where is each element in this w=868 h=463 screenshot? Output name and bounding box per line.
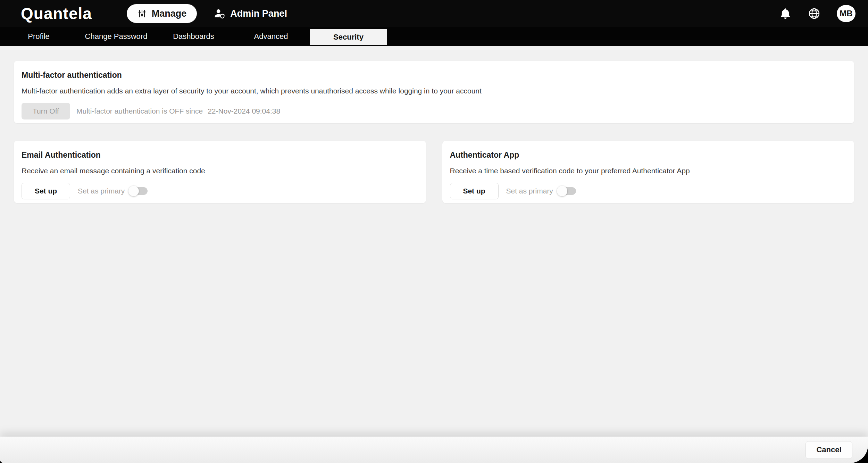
- turn-off-button[interactable]: Turn Off: [22, 103, 70, 119]
- email-set-as-primary-label: Set as primary: [78, 187, 125, 195]
- authenticator-setup-button[interactable]: Set up: [450, 183, 499, 199]
- tab-profile[interactable]: Profile: [0, 27, 77, 46]
- authenticator-set-as-primary-label: Set as primary: [506, 187, 553, 195]
- settings-tab-bar: Profile Change Password Dashboards Advan…: [0, 27, 868, 46]
- authenticator-primary-toggle-thumb: [557, 186, 567, 196]
- authenticator-app-card: Authenticator App Receive a time based v…: [442, 141, 854, 203]
- top-header: Quantela Manage Admin Panel: [0, 0, 868, 27]
- tab-dashboards[interactable]: Dashboards: [155, 27, 232, 46]
- tab-security[interactable]: Security: [310, 29, 387, 45]
- cancel-button[interactable]: Cancel: [806, 441, 852, 459]
- admin-panel-label: Admin Panel: [230, 8, 287, 19]
- sliders-icon: [137, 9, 147, 18]
- email-authentication-card: Email Authentication Receive an email me…: [14, 141, 426, 203]
- language-button[interactable]: [808, 7, 821, 20]
- email-setup-row: Set up Set as primary: [22, 183, 418, 199]
- mfa-actions-row: Turn Off Multi-factor authentication is …: [22, 103, 846, 119]
- email-primary-toggle-thumb: [128, 186, 139, 196]
- authenticator-setup-row: Set up Set as primary: [450, 183, 847, 199]
- bell-icon: [779, 7, 792, 20]
- admin-panel-button[interactable]: Admin Panel: [214, 8, 287, 19]
- action-footer: Cancel: [0, 437, 868, 463]
- email-authentication-title: Email Authentication: [22, 150, 418, 160]
- authenticator-app-description: Receive a time based verification code t…: [450, 167, 847, 175]
- app-window: Quantela Manage Admin Panel: [0, 0, 868, 463]
- mfa-card: Multi-factor authentication Multi-factor…: [14, 61, 854, 123]
- person-shield-icon: [214, 8, 225, 19]
- mfa-status-text: Multi-factor authentication is OFF since: [76, 107, 203, 115]
- mfa-card-title: Multi-factor authentication: [22, 71, 846, 80]
- email-setup-button[interactable]: Set up: [22, 183, 70, 199]
- tab-advanced[interactable]: Advanced: [232, 27, 310, 46]
- header-actions: MB: [779, 5, 856, 22]
- email-primary-toggle[interactable]: [130, 187, 148, 195]
- mfa-status-timestamp: 22-Nov-2024 09:04:38: [208, 107, 280, 115]
- tab-change-password[interactable]: Change Password: [77, 27, 155, 46]
- user-avatar[interactable]: MB: [837, 5, 856, 22]
- security-content: Multi-factor authentication Multi-factor…: [0, 46, 868, 437]
- quantela-logo: Quantela: [21, 6, 92, 22]
- page-body: Multi-factor authentication Multi-factor…: [0, 46, 868, 463]
- authenticator-primary-toggle[interactable]: [558, 187, 576, 195]
- email-authentication-description: Receive an email message containing a ve…: [22, 167, 418, 175]
- notifications-button[interactable]: [779, 7, 792, 20]
- mfa-card-description: Multi-factor authentication adds an extr…: [22, 87, 846, 95]
- globe-icon: [808, 7, 821, 20]
- mfa-methods-row: Email Authentication Receive an email me…: [14, 141, 854, 203]
- manage-button-label: Manage: [152, 8, 187, 19]
- authenticator-app-title: Authenticator App: [450, 150, 847, 160]
- manage-button[interactable]: Manage: [127, 4, 197, 23]
